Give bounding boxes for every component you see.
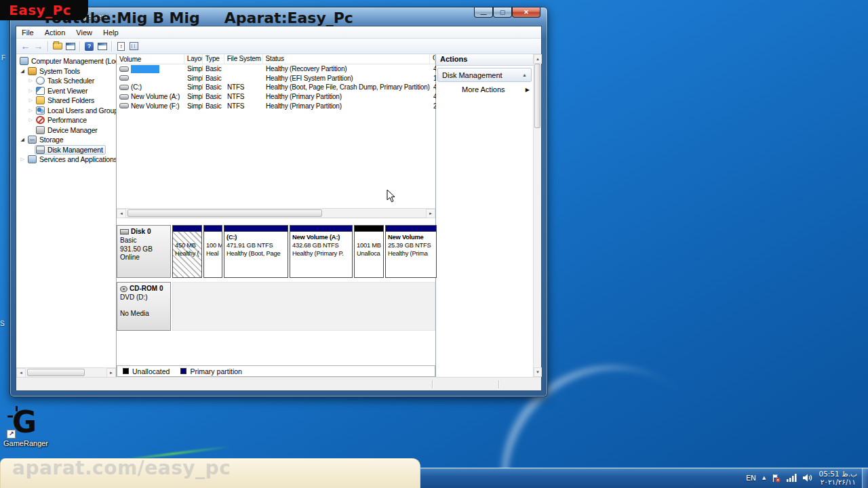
scroll-up-icon[interactable]: ▲ [534,54,542,64]
performance-icon [36,116,45,124]
partition-color-bar [290,226,352,232]
show-console-tree-icon[interactable] [96,40,108,52]
partition-efi[interactable]: 100 M Heal [203,225,222,278]
task-scheduler-icon [36,77,45,85]
menu-view[interactable]: View [71,28,98,37]
column-volume[interactable]: Volume [117,54,184,64]
back-icon[interactable]: ← [19,40,32,52]
volume-row-efi[interactable]: Simple Basic Healthy (EFI System Partiti… [117,74,435,83]
taskbar-clock[interactable]: 05:51 ب.ظ ۲۰۲۱/۲۶/۱۱ [818,470,857,486]
actions-panel: Actions Disk Management ▲ More Actions ▶ [436,54,533,377]
partition-color-bar [355,226,383,232]
volume-row-a[interactable]: New Volume (A:) Simple Basic NTFS Health… [117,92,435,102]
clock-time: 05:51 ب.ظ [818,470,857,478]
scroll-right-icon[interactable]: ► [106,368,116,378]
expander-closed-icon[interactable]: ▷ [26,106,35,115]
legend-unallocated: Unallocated [123,367,170,375]
disk-0-row: Disk 0 Basic 931.50 GB Online 450 MB [117,225,435,278]
expander-open-icon[interactable]: ◢ [18,135,26,144]
forward-icon[interactable]: → [32,40,45,52]
hidden-icons-chevron-icon[interactable]: ▲ [762,475,766,481]
network-signal-icon[interactable] [787,474,797,482]
tree-item-local-users-groups[interactable]: ▷ Local Users and Groups [16,106,116,116]
desktop-icon-gameranger[interactable]: G ↗ GameRanger [3,407,45,447]
column-file-system[interactable]: File System [224,54,263,64]
expander-closed-icon[interactable]: ▷ [26,115,35,125]
desktop: { "badge": { "label": "Easy_Pc", "color"… [0,0,868,488]
tree-item-device-manager[interactable]: Device Manager [16,125,116,136]
menu-file[interactable]: File [16,28,39,37]
scrollbar-thumb[interactable] [127,209,322,217]
tree-item-performance[interactable]: ▷ Performance [16,115,116,125]
column-layout[interactable]: Layout [184,54,203,64]
column-capacity[interactable]: C [430,54,435,64]
close-button[interactable]: ✕ [512,7,540,18]
storage-icon [28,136,37,144]
scroll-down-icon[interactable]: ▼ [534,367,542,377]
expander-closed-icon[interactable]: ▷ [26,86,35,96]
window-client-area: File Action View Help ← → ? ↕ Computer M… [16,26,542,391]
partition-f[interactable]: New Volume 25.39 GB NTFS Healthy (Prima [385,225,437,278]
tree-item-disk-management[interactable]: Disk Management [16,145,116,155]
menu-action[interactable]: Action [39,28,71,37]
expander-closed-icon[interactable]: ▷ [26,76,35,85]
export-list-icon[interactable] [51,40,64,52]
minimize-button[interactable]: — [474,7,493,18]
services-icon [28,155,37,163]
expander-open-icon[interactable]: ◢ [18,66,26,76]
collapse-icon[interactable]: ▲ [522,73,527,77]
tree-item-services-applications[interactable]: ▷ Services and Applications [16,155,116,165]
actions-section-disk-management[interactable]: Disk Management ▲ [437,68,532,82]
volume-row-c[interactable]: (C:) Simple Basic NTFS Healthy (Boot, Pa… [117,83,435,92]
tree-item-computer-management[interactable]: Computer Management (Local [16,56,116,66]
more-actions-item[interactable]: More Actions ▶ [436,82,533,97]
partition-unallocated[interactable]: 1001 MB Unalloca [354,225,384,278]
disk-properties-icon[interactable] [127,40,140,52]
column-type[interactable]: Type [203,54,224,64]
partition-a[interactable]: New Volume (A:) 432.68 GB NTFS Healthy (… [290,225,353,278]
volume-row-recovery[interactable]: Simple Basic Healthy (Recovery Partition… [117,64,435,74]
volume-row-f[interactable]: New Volume (F:) Simple Basic NTFS Health… [117,101,435,110]
expander-closed-icon[interactable]: ▷ [26,96,35,105]
toolbar: ← → ? ↕ [16,39,541,54]
menu-help[interactable]: Help [98,28,124,37]
selection-highlight [131,65,159,73]
language-indicator[interactable]: EN [746,474,756,483]
show-desktop-button[interactable] [862,468,868,488]
cdrom-0-info[interactable]: CD-ROM 0 DVD (D:) No Media [117,282,171,331]
scrollbar-thumb[interactable] [27,369,85,376]
list-horizontal-scrollbar[interactable]: ◄ ► [117,208,435,218]
mouse-cursor [387,189,396,203]
disk-0-info[interactable]: Disk 0 Basic 931.50 GB Online [117,225,171,278]
submenu-arrow-icon: ▶ [526,87,530,93]
tree-horizontal-scrollbar[interactable]: ◄ ► [16,367,116,377]
toolbar-separator [111,41,112,52]
partition-recovery[interactable]: 450 MB Healthy ( [172,225,202,278]
shared-folders-icon [36,96,45,104]
users-icon [36,106,45,115]
volume-speaker-icon[interactable] [803,474,812,482]
partition-legend: Unallocated Primary partition [117,365,435,377]
expander-closed-icon[interactable]: ▷ [18,155,26,164]
maximize-button[interactable]: ▢ [493,7,512,18]
system-tray: EN ▲ 05:51 ب.ظ ۲۰۲۱/۲۶/۱۱ [746,468,857,488]
tree-item-system-tools[interactable]: ◢ System Tools [16,66,116,77]
refresh-icon[interactable]: ↕ [115,40,127,52]
partition-c[interactable]: (C:) 471.91 GB NTFS Healthy (Boot, Page [224,225,288,278]
tree-item-storage[interactable]: ◢ Storage [16,135,116,145]
scroll-right-icon[interactable]: ► [426,209,435,218]
tree-item-event-viewer[interactable]: ▷ Event Viewer [16,86,116,96]
scroll-left-icon[interactable]: ◄ [117,209,126,218]
column-status[interactable]: Status [263,54,430,64]
crosshair-tick [16,406,18,411]
console-window-icon[interactable] [64,40,77,52]
help-icon[interactable]: ? [83,40,96,52]
action-center-flag-icon[interactable] [772,474,781,483]
tools-icon [28,67,37,75]
scrollbar-thumb[interactable] [534,64,540,128]
scroll-left-icon[interactable]: ◄ [16,368,26,378]
tree-item-shared-folders[interactable]: ▷ Shared Folders [16,96,116,106]
tree-item-task-scheduler[interactable]: ▷ Task Scheduler [16,76,116,86]
vertical-scrollbar[interactable]: ▲ ▼ [533,54,541,377]
status-bar-divider [432,380,433,388]
